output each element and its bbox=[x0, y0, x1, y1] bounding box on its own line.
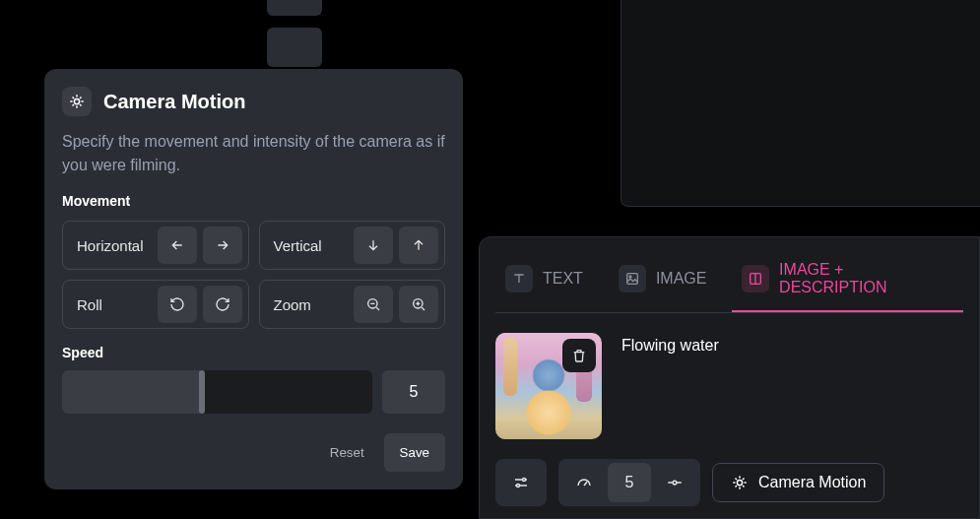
zoom-in-icon bbox=[411, 296, 426, 312]
movement-roll-label: Roll bbox=[77, 296, 158, 313]
movement-roll: Roll bbox=[62, 280, 249, 329]
camera-motion-small-icon bbox=[731, 474, 749, 491]
tab-image[interactable]: IMAGE bbox=[609, 253, 717, 312]
svg-point-9 bbox=[737, 480, 742, 485]
settings-button[interactable] bbox=[499, 463, 543, 502]
speed-slider[interactable] bbox=[62, 370, 372, 414]
movement-horizontal: Horizontal bbox=[62, 221, 249, 270]
tab-text[interactable]: TEXT bbox=[495, 253, 593, 312]
speed-slider-fill bbox=[62, 370, 202, 414]
delete-thumbnail-button[interactable] bbox=[562, 339, 596, 372]
roll-cw-button[interactable] bbox=[203, 286, 242, 323]
speed-slider-thumb[interactable] bbox=[199, 370, 205, 414]
movement-horizontal-label: Horizontal bbox=[77, 237, 158, 254]
zoom-in-button[interactable] bbox=[399, 286, 438, 323]
svg-point-0 bbox=[74, 98, 79, 103]
tab-image-description-label: IMAGE + DESCRIPTION bbox=[779, 261, 953, 296]
camera-motion-panel: Camera Motion Specify the movement and i… bbox=[44, 69, 463, 489]
zoom-out-icon bbox=[365, 296, 381, 312]
vertical-up-button[interactable] bbox=[399, 227, 438, 264]
image-icon bbox=[619, 265, 646, 292]
trash-icon bbox=[571, 348, 587, 363]
speed-readout: 5 bbox=[608, 463, 651, 502]
save-button[interactable]: Save bbox=[384, 433, 445, 472]
rotate-cw-icon bbox=[215, 296, 230, 312]
roll-ccw-button[interactable] bbox=[158, 286, 197, 323]
horizontal-right-button[interactable] bbox=[203, 227, 242, 264]
gauge-icon bbox=[575, 474, 593, 491]
horizontal-left-button[interactable] bbox=[158, 227, 197, 264]
movement-label: Movement bbox=[62, 193, 445, 209]
sliders-icon bbox=[512, 474, 530, 491]
connector-block bbox=[267, 28, 322, 67]
arrow-left-icon bbox=[169, 237, 185, 253]
description-text[interactable]: Flowing water bbox=[621, 333, 719, 439]
tab-text-label: TEXT bbox=[543, 270, 583, 288]
node-icon bbox=[666, 474, 684, 491]
arrow-down-icon bbox=[365, 237, 381, 253]
movement-vertical-label: Vertical bbox=[274, 237, 355, 254]
movement-zoom-label: Zoom bbox=[274, 296, 355, 313]
vertical-down-button[interactable] bbox=[354, 227, 393, 264]
svg-point-7 bbox=[517, 485, 520, 487]
text-icon bbox=[505, 265, 533, 292]
speed-gauge-button[interactable] bbox=[562, 463, 606, 502]
movement-vertical: Vertical bbox=[259, 221, 446, 270]
speed-control-group: 5 bbox=[558, 459, 700, 506]
tab-image-label: IMAGE bbox=[656, 270, 707, 288]
speed-value: 5 bbox=[382, 370, 445, 414]
image-description-icon bbox=[742, 265, 769, 292]
camera-motion-icon bbox=[62, 87, 92, 116]
movement-zoom: Zoom bbox=[259, 280, 446, 329]
tab-image-description[interactable]: IMAGE + DESCRIPTION bbox=[732, 253, 963, 312]
preview-panel bbox=[621, 0, 980, 207]
arrow-up-icon bbox=[411, 237, 426, 253]
camera-motion-title: Camera Motion bbox=[103, 91, 245, 113]
camera-motion-header: Camera Motion bbox=[62, 87, 445, 116]
camera-motion-description: Specify the movement and intensity of th… bbox=[62, 130, 445, 177]
zoom-out-button[interactable] bbox=[354, 286, 393, 323]
arrow-right-icon bbox=[215, 237, 230, 253]
right-panel: TEXT IMAGE IMAGE + DESCRIPTION Flowing w… bbox=[479, 236, 980, 519]
reset-button[interactable]: Reset bbox=[324, 435, 370, 470]
svg-rect-3 bbox=[627, 274, 638, 285]
svg-point-6 bbox=[523, 479, 526, 482]
movement-grid: Horizontal Vertical Ro bbox=[62, 221, 445, 329]
tabs: TEXT IMAGE IMAGE + DESCRIPTION bbox=[495, 253, 963, 313]
connector-block bbox=[267, 0, 322, 16]
camera-motion-button-label: Camera Motion bbox=[758, 474, 866, 491]
svg-point-8 bbox=[673, 481, 677, 485]
controls-row: 5 Camera Motion bbox=[495, 459, 963, 506]
speed-label: Speed bbox=[62, 345, 445, 360]
settings-group bbox=[495, 459, 547, 506]
speed-node-button[interactable] bbox=[653, 463, 696, 502]
camera-motion-button[interactable]: Camera Motion bbox=[712, 463, 884, 502]
svg-point-4 bbox=[629, 276, 631, 278]
rotate-ccw-icon bbox=[169, 296, 185, 312]
content-row: Flowing water bbox=[495, 333, 963, 439]
thumbnail[interactable] bbox=[495, 333, 602, 439]
